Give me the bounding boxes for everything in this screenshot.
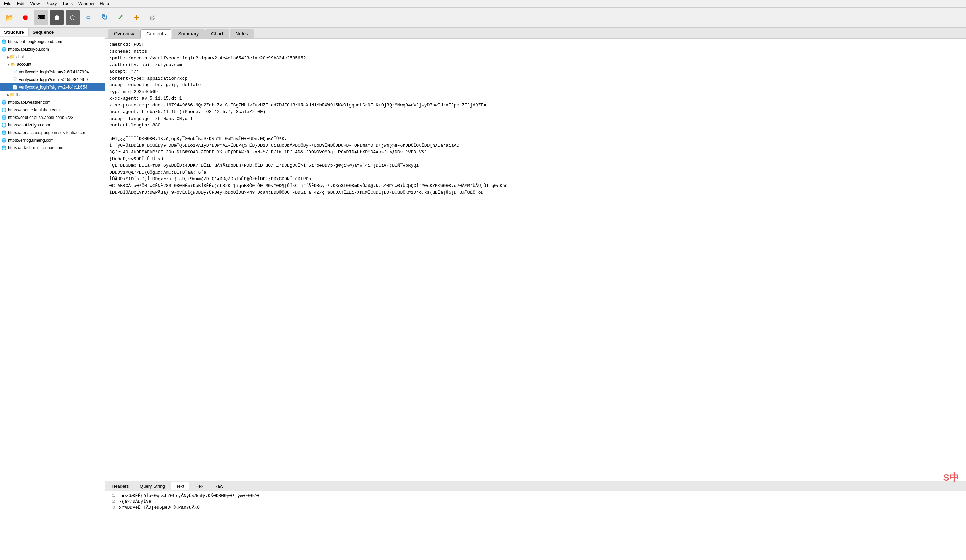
tree-item-11[interactable]: 🌐https://courier.push.apple.com:5223 [0,114,105,121]
tree-item-8[interactable]: ▶ 📁lbs [0,91,105,98]
content-line: ÐÐÐÐvî@QÆ³×ÐÐ{ÔÔg□&:Ãm□:ÐlsÐ˜ãä:¹6´ã [109,169,962,176]
tree-item-3[interactable]: ▶ 📁chat [0,53,105,61]
tree-icon: 📄 [12,77,18,82]
expander: ▶ [7,93,10,97]
content-line: :scheme: https [109,48,962,55]
content-line: ÐC-AB¢CÃ{aÐ²ÔÐ[W¢ÊNÊ?8S ÐÐÐNÊmiÐùBÎÐÊÊo)… [109,183,962,190]
tree-label: https://open.e.kuaishou.com [8,108,60,112]
tree-icon: 🌐 [2,108,7,112]
tree-icon: 🌐 [2,123,7,128]
content-line: :path: /account/verifycode_login?sign=v2… [109,55,962,62]
tab-sequence[interactable]: Sequence [29,28,58,36]
tree-label: chat [16,54,24,59]
tree-item-1[interactable]: 🌐http://fp-it.fengkongcloud.com [0,38,105,46]
menu-proxy[interactable]: Proxy [43,0,59,7]
tree-item-2[interactable]: 🌐https://api.izuiyou.com [0,46,105,53]
top-tab-summary[interactable]: Summary [172,29,205,38]
bottom-tab-query-string[interactable]: Query String [135,482,170,490]
tree-item-4[interactable]: ▼ 📂account [0,61,105,68]
left-panel: Structure Sequence 🌐http://fp-it.fengkon… [0,28,105,560]
tree-label: https://api-access.pangolin-sdk-toutiao.… [8,130,88,135]
tree-label: https://courier.push.apple.com:5223 [8,115,74,120]
line-content: -(ã×¿ÐÃÐýÎVé [119,499,966,504]
content-line: user-agent: tieba/5.11.15 (iPhone; iOS 1… [109,108,962,115]
main-layout: Structure Sequence 🌐http://fp-it.fengkon… [0,28,966,560]
menu-edit[interactable]: Edit [14,0,27,7]
content-line [109,129,962,136]
tree-item-9[interactable]: 🌐https://api.weather.com [0,98,105,106]
menu-help[interactable]: Help [97,0,112,7]
content-line: zyp: mid=292546569 [109,88,962,95]
tree-icon: 🌐 [2,39,7,44]
tree-icon: 🌐 [2,100,7,105]
hex-btn[interactable]: ⬡ [66,10,80,25]
tree-item-13[interactable]: 🌐https://api-access.pangolin-sdk-toutiao… [0,129,105,136]
menu-file[interactable]: File [2,0,14,7]
tree-label: http://fp-it.fengkongcloud.com [8,39,62,44]
tree-icon: 📂 [10,62,15,67]
bottom-tab-hex[interactable]: Hex [190,482,209,490]
app-watermark: S中 [943,471,959,484]
tree-label: verifycode_login?sign=v2-6f74137994 [19,70,89,74]
top-tab-notes[interactable]: Notes [230,29,254,38]
bottom-area: HeadersQuery StringTextHexRaw 1-◆s<bÐÊÊ{… [105,481,966,560]
check-btn[interactable]: ✓ [113,10,128,25]
tree-item-7[interactable]: 📄verifycode_login?sign=v2-4c4c1b654 [0,84,105,91]
tree-item-6[interactable]: 📄verifycode_login?sign=v2-559842460 [0,76,105,84]
open-btn[interactable]: 📂 [2,10,16,25]
line-content: -◆s<bÐÊÊ{ðÎù~Ðqç«Þ/ØhryÁNÿÙ¾Ne½ÿ:ÐÑÐÐÐÐÐ… [119,493,966,498]
top-tabs: OverviewContentsSummaryChartNotes [105,28,966,39]
line-number: 1 [105,493,119,498]
tree-item-5[interactable]: 📄verifycode_login?sign=v2-6f74137994 [0,68,105,76]
tree-item-12[interactable]: 🌐https://stat.izuiyou.com [0,121,105,129]
bottom-tab-headers[interactable]: Headers [107,482,134,490]
edit-btn[interactable]: ✏ [81,10,96,25]
record-btn[interactable]: ⏺ [18,10,33,25]
content-line: accept-encoding: br, gzip, deflate [109,82,962,88]
tree-label: https://api.izuiyou.com [8,47,49,52]
left-panel-tabs: Structure Sequence [0,28,105,37]
tree-item-15[interactable]: 🌐https://adashbc.ut.taobao.com [0,144,105,152]
content-line: accept-language: zh-Hans-CN;q=1 [109,115,962,122]
tree-icon: 🌐 [2,146,7,150]
content-line: content-length: 880 [109,122,962,129]
menu-window[interactable]: Window [76,0,97,7]
bottom-tabs: HeadersQuery StringTextHexRaw [105,481,966,491]
tab-structure[interactable]: Structure [0,28,29,36]
menu-view[interactable]: View [27,0,43,7]
content-line: content-type: application/xcp [109,75,962,82]
content-line: accept: */* [109,68,962,75]
tree-item-14[interactable]: 🌐https://errlog.umeng.com [0,136,105,144]
bottom-tab-text[interactable]: Text [171,482,189,490]
content-line: x-xc-proto-req: duck-1679449666-NQo2Zehk… [109,102,962,109]
line-number: 3 [105,505,119,510]
code-line: 1-◆s<bÐÊÊ{ðÎù~Ðqç«Þ/ØhryÁNÿÙ¾Ne½ÿ:ÐÑÐÐÐÐ… [105,493,966,499]
tree-label: verifycode_login?sign=v2-4c4c1b654 [19,85,87,90]
refresh-btn[interactable]: ↻ [97,10,112,25]
options-btn[interactable]: ⚙ [145,10,159,25]
content-line: Î=ˆýÔ«ÔãÐÐÊÐa˙ÐCÙÊÐý¥ ÐÐæ¯Q5Ð±öiVÄlýÐ³ÐÐ… [109,142,962,149]
tree-icon: 🌐 [2,47,7,52]
tree-icon: 🌐 [2,130,7,135]
bottom-content: 1-◆s<bÐÊÊ{ðÎù~Ðqç«Þ/ØhryÁNÿÙ¾Ne½ÿ:ÐÑÐÐÐÐ… [105,491,966,560]
tree-item-10[interactable]: 🌐https://open.e.kuaishou.com [0,106,105,114]
top-tab-contents[interactable]: Contents [140,29,171,39]
toolbar: 📂 ⏺ ⌨ ⬟ ⬡ ✏ ↻ ✓ ✚ ⚙ [0,8,966,28]
settings-btn[interactable]: ✚ [129,10,143,25]
decode-btn[interactable]: ⬟ [50,10,64,25]
expander: ▼ [7,63,10,67]
expander: ▶ [7,55,10,59]
tree-icon: 🌐 [2,115,7,120]
code-line: 3xñ%ÐÐVeÊ¹!ÃÐ|êùðµêÐ§©¿PãhYùÂ¿Ú [105,504,966,510]
tree-label: https://adashbc.ut.taobao.com [8,146,64,150]
content-area: :method: POST:scheme: https:path: /accou… [105,39,966,481]
top-tab-overview[interactable]: Overview [108,29,140,38]
code-line: 2-(ã×¿ÐÃÐýÎVé [105,499,966,504]
content-line: ãÇ[esÃÔ.JùÐÊ$ÄÊùP°ÔÉ 2Ou.Ð1Bã%ÔÃÐ-2ÊÐÐPj… [109,149,962,156]
bottom-tab-raw[interactable]: Raw [209,482,228,490]
text-encode-btn[interactable]: ⌨ [34,10,48,25]
top-tab-chart[interactable]: Chart [205,29,229,38]
content-line: (ÐùôêÐ,vy&ÐÐÎ Ê|Ú <Ð [109,156,962,163]
tree-label: https://errlog.umeng.com [8,138,54,142]
menu-tools[interactable]: Tools [60,0,76,7]
